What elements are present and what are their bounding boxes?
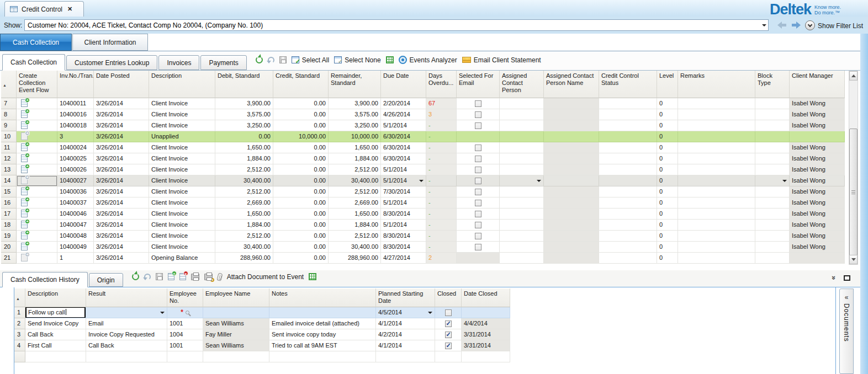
cell-aname[interactable] [544, 120, 599, 131]
cell-level[interactable]: 0 [657, 164, 678, 175]
cell-credit[interactable]: 0.00 [273, 242, 329, 253]
selected-for-email-checkbox[interactable] [475, 111, 481, 118]
cell-num[interactable]: 20 [1, 242, 17, 253]
cell-days[interactable]: - [426, 220, 457, 231]
cell-desc[interactable]: Client Invoice [149, 186, 215, 197]
create-collection-event-flow-icon[interactable]: + [21, 177, 28, 185]
cell-num[interactable]: 19 [1, 231, 17, 242]
col-days[interactable]: Days Overdu... [426, 71, 457, 98]
dropdown-icon[interactable] [419, 180, 424, 182]
col-desc[interactable]: Description [25, 288, 86, 307]
cell-planned[interactable]: 4/1/2014 [376, 318, 435, 329]
cell-block[interactable] [755, 164, 790, 175]
cell-debit[interactable]: 288,960.00 [215, 253, 273, 264]
cell-email[interactable] [457, 142, 500, 153]
create-collection-event-flow-icon[interactable]: + [21, 132, 28, 141]
cell-flow[interactable]: + [17, 153, 57, 164]
create-collection-event-flow-icon[interactable]: + [21, 154, 28, 163]
cell-manager[interactable]: Isabel Wong [790, 120, 845, 131]
cell-posted[interactable]: 3/26/2014 [94, 209, 149, 220]
cell-notes[interactable]: Sent invoice copy today [269, 329, 376, 340]
cell-desc[interactable]: Client Invoice [149, 98, 215, 109]
cell-days[interactable]: - [426, 231, 457, 242]
cell-num[interactable]: 10 [1, 131, 17, 142]
cell-acontact[interactable] [500, 131, 544, 142]
cell-flow[interactable]: + [17, 175, 57, 186]
cell-desc[interactable]: Unapplied [149, 131, 215, 142]
cell-rem[interactable]: 2,512.00 [329, 231, 381, 242]
cell-rem[interactable]: 30,400.00 [329, 175, 381, 186]
cell-posted[interactable]: 3/26/2014 [94, 242, 149, 253]
cell-acontact[interactable] [500, 98, 544, 109]
cell-credit[interactable]: 0.00 [273, 98, 329, 109]
cell-debit[interactable]: 1,884.00 [215, 153, 273, 164]
cell-remarks[interactable] [678, 197, 755, 209]
cell-remarks[interactable] [678, 209, 755, 220]
cell-due[interactable]: 2/20/2014 [381, 98, 426, 109]
cell-due[interactable]: 5/1/2014 [381, 164, 426, 175]
cell-status[interactable] [599, 209, 657, 220]
cell-block[interactable] [755, 131, 790, 142]
cell-level[interactable]: 0 [657, 253, 678, 264]
selected-for-email-checkbox[interactable] [475, 222, 481, 228]
cell-dateclosed[interactable]: 3/31/2014 [462, 329, 510, 340]
cell-empty[interactable] [376, 351, 435, 362]
cell-invno[interactable]: 10400037 [57, 197, 94, 209]
cell-posted[interactable]: 3/26/2014 [94, 231, 149, 242]
cell-debit[interactable]: 1,650.00 [215, 142, 273, 153]
cell-invno[interactable]: 10400011 [57, 98, 94, 109]
cell-due[interactable]: 6/30/2014 [381, 142, 426, 153]
closed-checkbox[interactable] [445, 320, 452, 327]
cell-days[interactable]: - [426, 186, 457, 197]
closed-checkbox[interactable] [445, 309, 452, 316]
cell-num[interactable]: 15 [1, 186, 17, 197]
create-collection-event-flow-icon[interactable]: + [21, 210, 28, 218]
cell-remarks[interactable] [678, 142, 755, 153]
cell-days[interactable]: - [426, 131, 457, 142]
add-row-icon[interactable]: + [168, 273, 174, 280]
cell-posted[interactable]: 3/26/2014 [94, 153, 149, 164]
cell-remarks[interactable] [678, 164, 755, 175]
cell-due[interactable]: 6/30/2014 [381, 153, 426, 164]
cell-status[interactable] [599, 153, 657, 164]
cell-email[interactable] [457, 120, 500, 131]
col-num[interactable]: ▲ [1, 71, 17, 98]
cell-empty[interactable] [203, 351, 269, 362]
cell-manager[interactable]: Isabel Wong [790, 209, 845, 220]
cell-due[interactable]: 5/1/2014 [381, 220, 426, 231]
selected-for-email-checkbox[interactable] [475, 200, 481, 206]
cell-credit[interactable]: 0.00 [273, 120, 329, 131]
cell-block[interactable] [755, 209, 790, 220]
cell-notes[interactable]: Tried to call at 9AM EST [269, 340, 376, 351]
cell-rem[interactable]: 1,884.00 [329, 153, 381, 164]
cell-invno[interactable]: 10400046 [57, 209, 94, 220]
col-level[interactable]: Level [657, 71, 678, 98]
cell-empty[interactable] [435, 351, 462, 362]
col-empname[interactable]: Employee Name [203, 288, 269, 307]
cell-posted[interactable]: 3/26/2014 [94, 197, 149, 209]
selected-for-email-checkbox[interactable] [475, 145, 481, 151]
cell-level[interactable]: 0 [657, 220, 678, 231]
selected-for-email-checkbox[interactable] [475, 211, 481, 217]
save-icon[interactable] [279, 56, 287, 63]
cell-acontact[interactable] [500, 175, 544, 186]
cell-status[interactable] [599, 175, 657, 186]
print-icon[interactable] [191, 274, 199, 280]
cell-invno[interactable]: 10400048 [57, 231, 94, 242]
col-block[interactable]: Block Type [755, 71, 790, 98]
cell-empname[interactable]: Fay Miller [203, 329, 269, 340]
cell-rem[interactable]: 10,000.00 [329, 131, 381, 142]
cell-invno[interactable]: 10400047 [57, 220, 94, 231]
cell-empty[interactable] [14, 351, 25, 362]
cell-manager[interactable]: Isabel Wong [790, 220, 845, 231]
create-collection-event-flow-icon[interactable]: + [21, 99, 28, 108]
cell-remarks[interactable] [678, 220, 755, 231]
documents-side-tab[interactable]: « Documents [839, 288, 854, 374]
cell-closed[interactable] [435, 329, 462, 340]
subtab-cash-collection[interactable]: Cash Collection [2, 54, 65, 71]
cell-manager[interactable]: Isabel Wong [790, 242, 845, 253]
cell-debit[interactable]: 3,575.00 [215, 109, 273, 120]
col-due[interactable]: Due Date [381, 71, 426, 98]
selected-for-email-checkbox[interactable] [475, 100, 481, 107]
cell-remarks[interactable] [678, 109, 755, 120]
